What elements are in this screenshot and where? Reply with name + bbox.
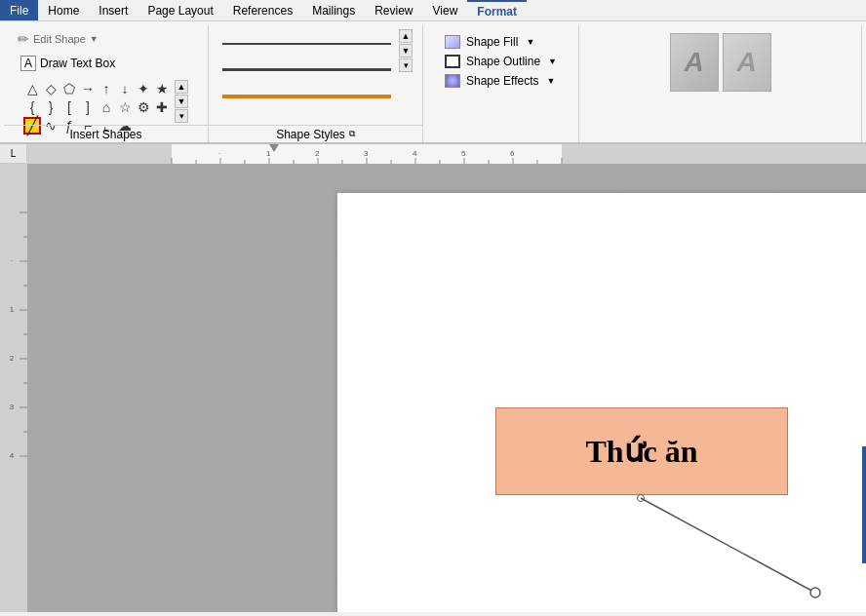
shapes-row-2: { } [ ] ⌂ ☆ ⚙ ✚ — [23, 98, 171, 116]
line-medium-sample — [222, 68, 391, 71]
shapes-scroll-down[interactable]: ▼ — [175, 95, 188, 108]
svg-text:4: 4 — [413, 149, 417, 158]
wordart-button-1[interactable]: A — [670, 33, 719, 92]
shape-star6[interactable]: ☆ — [116, 98, 134, 116]
vertical-ruler: · 1 2 3 4 — [0, 164, 27, 612]
shape-effects-button[interactable]: Shape Effects ▼ — [439, 72, 563, 90]
menu-page-layout[interactable]: Page Layout — [138, 0, 222, 20]
shape-text: Thức ăn — [585, 433, 697, 470]
svg-text:2: 2 — [315, 149, 320, 158]
shape-bracket-right[interactable]: ] — [79, 98, 97, 116]
shape-cross[interactable]: ✚ — [153, 98, 171, 116]
shape-styles-expand-icon[interactable]: ⧉ — [349, 129, 355, 139]
svg-rect-1 — [27, 144, 172, 164]
svg-line-47 — [641, 498, 815, 593]
blue-box-partial — [862, 446, 866, 563]
textbox-icon: A — [20, 56, 36, 71]
ribbon: ✏ Edit Shape ▼ A Draw Text Box △ ◇ — [0, 21, 866, 144]
menu-view[interactable]: View — [423, 0, 468, 20]
styles-scroll-down[interactable]: ▼ — [399, 44, 413, 58]
draw-textbox-button[interactable]: A Draw Text Box — [12, 51, 200, 76]
wordart-button-2[interactable]: A — [723, 33, 771, 92]
shape-arrow-down[interactable]: ↓ — [116, 80, 134, 97]
menu-bar: File Home Insert Page Layout References … — [0, 0, 866, 21]
styles-scroll-up[interactable]: ▲ — [399, 29, 413, 43]
shape-bracket-left[interactable]: [ — [60, 98, 78, 116]
shape-arrow-right[interactable]: → — [79, 80, 97, 97]
menu-references[interactable]: References — [223, 0, 302, 20]
shape-fill-dropdown[interactable]: ▼ — [526, 37, 534, 47]
shape-effects-label: Shape Effects — [466, 74, 539, 88]
menu-file[interactable]: File — [0, 0, 38, 20]
document-page: Thức ăn — [337, 193, 866, 612]
svg-text:5: 5 — [461, 149, 466, 158]
insert-shapes-label-bar: Insert Shapes — [4, 125, 208, 142]
line-style-medium[interactable] — [218, 60, 395, 80]
edit-shape-label: Edit Shape — [33, 33, 86, 45]
ruler-area: L · 1 2 — [0, 144, 866, 164]
svg-text:3: 3 — [364, 149, 369, 158]
shapes-scroll-up[interactable]: ▲ — [175, 80, 188, 94]
insert-shapes-group: ✏ Edit Shape ▼ A Draw Text Box △ ◇ — [4, 25, 209, 142]
shape-outline-icon — [445, 55, 460, 68]
shape-outline-button[interactable]: Shape Outline ▼ — [439, 53, 563, 70]
ruler-corner-label: L — [11, 148, 17, 159]
wordart-a-icon-1: A — [684, 47, 703, 78]
shape-properties: Shape Fill ▼ Shape Outline ▼ Shape Effec… — [439, 29, 563, 90]
insert-shapes-label: Insert Shapes — [69, 128, 141, 141]
document-area: · 1 2 3 4 Thức ăn — [0, 164, 866, 612]
menu-mailings[interactable]: Mailings — [302, 0, 365, 20]
shapes-scroll-more[interactable]: ▾ — [175, 109, 188, 123]
shape-diamond[interactable]: ◇ — [42, 80, 59, 97]
shape-arrow-up[interactable]: ↑ — [98, 80, 115, 97]
shape-fill-icon — [445, 35, 460, 49]
shape-star5[interactable]: ★ — [153, 80, 171, 97]
shape-gear[interactable]: ⚙ — [135, 98, 152, 116]
wordart-group: A A — [579, 25, 862, 142]
shape-outline-label: Shape Outline — [466, 55, 540, 68]
shape-effects-dropdown[interactable]: ▼ — [547, 76, 556, 86]
shape-brace-right[interactable]: } — [42, 98, 59, 116]
shapes-row-1: △ ◇ ⬠ → ↑ ↓ ✦ ★ — [23, 80, 171, 97]
menu-format[interactable]: Format — [467, 0, 527, 20]
shape-callout[interactable]: ⌂ — [98, 98, 115, 116]
ruler-corner[interactable]: L — [0, 144, 27, 164]
connector-line — [337, 193, 866, 612]
menu-insert[interactable]: Insert — [89, 0, 138, 20]
shape-star4[interactable]: ✦ — [135, 80, 152, 97]
draw-textbox-label: Draw Text Box — [40, 57, 115, 70]
shape-props-group: Shape Fill ▼ Shape Outline ▼ Shape Effec… — [423, 25, 579, 142]
svg-rect-30 — [0, 203, 27, 573]
svg-text:1: 1 — [10, 305, 15, 314]
selection-handle-bottom[interactable] — [637, 494, 645, 502]
svg-text:1: 1 — [266, 149, 271, 158]
svg-text:4: 4 — [10, 451, 15, 460]
svg-text:6: 6 — [510, 149, 515, 158]
document-content: Thức ăn — [27, 164, 866, 612]
shape-styles-group: ▲ ▼ ▾ Shape Styles ⧉ — [209, 25, 423, 142]
svg-text:·: · — [218, 149, 220, 158]
shape-triangle[interactable]: △ — [23, 80, 41, 97]
line-orange-sample — [222, 95, 391, 98]
shape-fill-button[interactable]: Shape Fill ▼ — [439, 33, 563, 51]
styles-scroll-more[interactable]: ▾ — [399, 58, 413, 72]
shape-textbox[interactable]: Thức ăn — [495, 407, 788, 495]
svg-text:2: 2 — [10, 354, 15, 363]
wordart-a-icon-2: A — [736, 47, 756, 78]
wordart-area: A A — [666, 29, 775, 96]
svg-rect-3 — [562, 144, 866, 164]
horizontal-ruler: · 1 2 3 4 5 6 — [27, 144, 866, 164]
svg-text:·: · — [11, 256, 13, 265]
edit-shape-button[interactable]: ✏ Edit Shape ▼ — [12, 29, 200, 49]
shape-styles-label: Shape Styles — [276, 128, 345, 141]
edit-shape-icon: ✏ — [18, 31, 29, 47]
shape-brace-left[interactable]: { — [23, 98, 41, 116]
shape-pentagon[interactable]: ⬠ — [60, 80, 78, 97]
shape-fill-label: Shape Fill — [466, 35, 518, 49]
menu-review[interactable]: Review — [365, 0, 422, 20]
shapes-scrollbar: ▲ ▼ ▾ — [175, 80, 188, 123]
line-style-orange[interactable] — [218, 87, 395, 106]
shape-outline-dropdown[interactable]: ▼ — [548, 57, 557, 66]
menu-home[interactable]: Home — [38, 0, 89, 20]
line-style-thin[interactable] — [218, 34, 395, 54]
